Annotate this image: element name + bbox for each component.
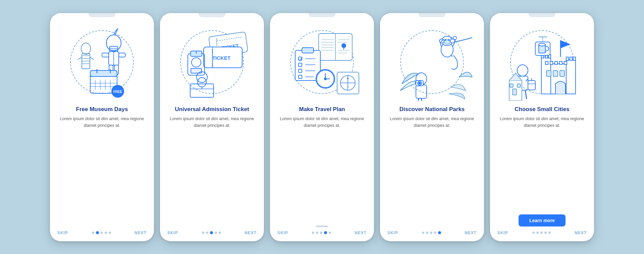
svg-line-17 [90,57,94,60]
dot-5-1 [532,232,535,234]
screen-discover-national-parks: Discover National Parks Lorem ipsum dolo… [380,13,484,241]
svg-rect-112 [564,61,567,64]
illustration-area-1: FREE [58,22,146,102]
svg-rect-127 [528,81,535,90]
dot-5-3 [540,232,543,234]
illustration-area-5 [498,22,586,102]
svg-rect-7 [119,53,125,57]
dot-5-5 [548,232,551,234]
screen-desc-4: Lorem ipsum dolor sit dim amet, mea regi… [388,116,476,172]
svg-point-40 [192,58,201,67]
svg-rect-108 [545,61,548,64]
svg-point-0 [106,35,121,51]
illustration-svg-2: TICKET TICKET [172,23,252,101]
screen-title-5: Choose Small Cities [515,106,569,113]
illustration-area-3 [278,22,366,102]
svg-point-95 [419,82,421,84]
nav-area-3: SKIP NEXT [270,231,374,235]
svg-line-16 [78,57,82,60]
dot-1-4 [105,232,107,234]
svg-point-88 [445,39,446,41]
svg-rect-107 [573,57,576,60]
svg-rect-109 [550,61,553,64]
svg-point-90 [453,36,457,40]
svg-point-10 [81,43,91,54]
dots-3 [312,231,331,234]
scroll-indicator-3 [316,225,328,227]
svg-rect-114 [553,70,558,77]
screen-make-travel-plan: Make Travel Plan Lorem ipsum dolor sit d… [270,13,374,241]
dot-3-4 [324,231,327,234]
dot-3-5 [329,232,331,234]
svg-text:FREE: FREE [113,90,122,94]
nav-area-5: SKIP NEXT [490,231,594,235]
phone-notch [89,13,115,17]
screen-title-3: Make Travel Plan [299,106,345,113]
nav-area-4: SKIP NEXT [380,231,484,235]
svg-point-89 [448,39,450,41]
illustration-area-4 [388,22,476,102]
svg-line-98 [421,98,423,101]
svg-point-122 [539,43,545,46]
svg-rect-92 [416,85,427,98]
svg-text:TICKET: TICKET [212,55,230,61]
skip-button-3[interactable]: SKIP [277,231,288,235]
dot-5-4 [544,232,547,234]
svg-rect-106 [570,57,572,60]
illustration-svg-4 [392,23,472,101]
phone-notch-3 [309,13,335,17]
svg-rect-19 [90,70,117,77]
svg-rect-101 [566,60,576,94]
dot-3-3 [320,232,322,234]
phone-notch-5 [529,13,555,17]
next-button-2[interactable]: NEXT [245,231,257,235]
learn-more-button[interactable]: Learn more [519,214,566,226]
illustration-svg-1: FREE [62,23,142,101]
phone-notch-4 [419,13,445,17]
skip-button-5[interactable]: SKIP [497,231,508,235]
screen-universal-admission: TICKET TICKET [160,13,264,241]
dot-3-2 [316,232,318,234]
screen-desc-2: Lorem ipsum dolor sit dim amet, mea regi… [168,116,256,172]
dot-4-5 [438,231,441,234]
next-button-1[interactable]: NEXT [135,231,147,235]
svg-rect-132 [513,89,517,95]
svg-rect-115 [560,70,565,77]
screen-desc-5: Lorem ipsum dolor sit dim amet, mea regi… [498,116,586,211]
dot-1-3 [101,232,103,234]
skip-button-4[interactable]: SKIP [387,231,398,235]
screen-choose-small-cities: Choose Small Cities Lorem ipsum dolor si… [490,13,594,241]
screen-desc-1: Lorem ipsum dolor sit dim amet, mea regi… [58,116,146,172]
next-button-3[interactable]: NEXT [355,231,367,235]
svg-rect-134 [517,84,521,87]
svg-rect-61 [302,48,314,53]
illustration-svg-3 [282,23,362,101]
nav-area-2: SKIP NEXT [160,231,264,235]
screen-free-museum-days: FREE Free Museum Days Lorem ipsum dolor … [50,13,154,241]
next-button-4[interactable]: NEXT [465,231,477,235]
svg-rect-43 [190,84,214,97]
svg-rect-133 [510,84,513,87]
illustration-area-2: TICKET TICKET [168,22,256,102]
screen-title-1: Free Museum Days [76,106,128,113]
svg-line-126 [525,90,527,99]
svg-rect-110 [555,61,557,64]
svg-rect-105 [566,57,569,60]
skip-button-2[interactable]: SKIP [167,231,178,235]
dot-2-4 [215,232,217,234]
dots-2 [202,231,221,234]
svg-point-58 [342,44,346,48]
next-button-5[interactable]: NEXT [575,231,587,235]
skip-button-1[interactable]: SKIP [57,231,68,235]
dot-1-2 [96,231,99,234]
dots-5 [532,232,551,234]
phone-notch-2 [199,13,225,17]
svg-marker-117 [560,40,571,48]
dot-2-5 [219,232,221,234]
svg-point-76 [324,78,326,80]
dots-1 [92,231,111,234]
svg-point-123 [517,65,528,76]
screen-title-2: Universal Admission Ticket [175,106,249,113]
svg-rect-6 [102,53,109,57]
dot-2-2 [206,232,208,234]
